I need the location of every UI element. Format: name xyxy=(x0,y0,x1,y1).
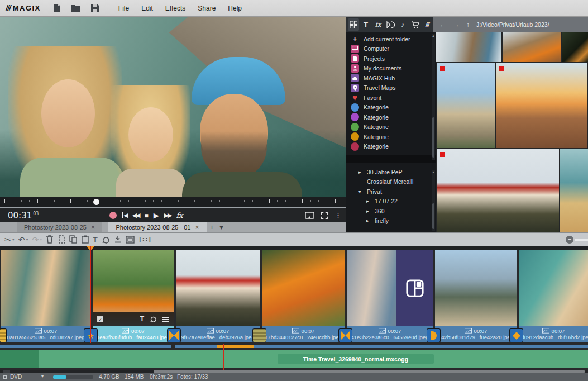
timeline-clip-5[interactable]: 00:07 41e3b22e3a6c0...64559e0d.jpeg xyxy=(347,250,433,342)
transition-sweep-icon[interactable] xyxy=(427,329,440,342)
folder-item-kategorie-purple[interactable]: Kategorie xyxy=(346,112,436,122)
folder-list-scrollbar[interactable]: ▴ xyxy=(432,34,435,160)
title-editor-button[interactable]: T xyxy=(93,235,98,244)
group-button[interactable]: [::] xyxy=(138,236,151,243)
forward-icon[interactable]: → xyxy=(453,21,460,28)
stop-button[interactable]: ■ xyxy=(144,212,148,219)
rewind-button[interactable]: ◀◀ xyxy=(132,212,139,218)
tree-item-17-07-22[interactable]: ▸ 17 07 22 xyxy=(346,197,436,207)
clip-checkbox[interactable]: ✓ xyxy=(97,316,103,322)
tree-scrollbar[interactable]: ▴ xyxy=(432,170,435,231)
clip-menu-icon[interactable] xyxy=(162,317,169,322)
media-photo-shell-eyes[interactable] xyxy=(437,149,559,232)
folder-item-favorit[interactable]: ♥ Favorit xyxy=(346,93,436,103)
audio-track[interactable]: Time Travel_3269840_normal.mxcogg xyxy=(0,350,588,368)
folder-item-computer[interactable]: Computer xyxy=(346,44,436,54)
timeline-clip-4[interactable]: 00:07 17bd3440127c8...24e8ccbb.jpeg xyxy=(262,250,345,342)
tree-item-firefly[interactable]: ▸ firefly xyxy=(346,216,436,226)
close-icon[interactable]: × xyxy=(91,223,95,231)
folder-item-my-documents[interactable]: My documents xyxy=(346,64,436,74)
cast-icon[interactable] xyxy=(305,212,314,220)
transition-crossfade-icon[interactable] xyxy=(339,329,352,342)
new-project-icon[interactable] xyxy=(49,2,65,15)
skip-to-start-button[interactable]: ◀ xyxy=(122,212,127,218)
menu-effects[interactable]: Effects xyxy=(159,2,192,15)
new-tab-button[interactable]: + xyxy=(207,222,217,232)
clip-rotate-icon[interactable] xyxy=(150,316,157,322)
timeline-clip-6[interactable]: 00:07 042b58f081d79...f8e42a20.jpeg xyxy=(435,250,517,342)
folder-item-kategorie-blue[interactable]: Kategorie xyxy=(346,103,436,113)
preview-playhead-handle[interactable] xyxy=(93,199,99,205)
timeline[interactable]: 00:07 0a81a556253a5...cd0382a7.jpeg ✓ T … xyxy=(0,246,588,370)
zoom-out-button[interactable]: − xyxy=(566,236,573,244)
save-icon[interactable] xyxy=(87,2,103,15)
media-photo-boat-person[interactable] xyxy=(503,32,561,62)
copy-button[interactable] xyxy=(69,235,78,244)
folder-item-kategorie-red[interactable]: Kategorie xyxy=(346,142,436,152)
folder-item-travel-maps[interactable]: Travel Maps xyxy=(346,83,436,93)
menu-share[interactable]: Share xyxy=(192,2,222,15)
preview-scrubber[interactable] xyxy=(0,197,346,208)
transition-stripes-icon[interactable] xyxy=(253,329,266,342)
timeline-clip-2-selected[interactable]: ✓ T 00:07 1ea3fb35f8d0b...fa0244c8.jpeg xyxy=(93,250,174,342)
menu-file[interactable]: File xyxy=(112,2,135,15)
timeline-clip-1[interactable]: 00:07 0a81a556253a5...cd0382a7.jpeg xyxy=(1,250,90,342)
clip-label[interactable]: 00:07 042b58f081d79...f8e42a20.jpeg xyxy=(435,326,517,342)
folder-item-magix-hub[interactable]: MAGIX Hub xyxy=(346,73,436,83)
tab-list-dropdown[interactable]: ▾ xyxy=(217,222,226,232)
transition-partial-icon[interactable] xyxy=(0,329,6,342)
chevron-down-icon[interactable]: ▾ xyxy=(358,189,364,194)
scroll-up-icon[interactable]: ▴ xyxy=(432,170,435,174)
folder-item-add-current[interactable]: + Add current folder xyxy=(346,34,436,44)
burn-target[interactable]: DVD xyxy=(10,374,22,380)
clip-label[interactable]: 00:07 41e3b22e3a6c0...64559e0d.jpeg xyxy=(347,326,433,342)
scroll-up-icon[interactable]: ▴ xyxy=(432,34,435,38)
tab-photostory-2[interactable]: Photostory 2023-08-25 - 01 × xyxy=(108,222,207,232)
titles-icon[interactable]: T xyxy=(360,18,371,31)
clip-thumbnail[interactable] xyxy=(176,250,260,326)
slideshow-maker-button[interactable] xyxy=(126,236,135,244)
open-folder-icon[interactable] xyxy=(68,2,84,15)
media-photo-woman-sea[interactable] xyxy=(560,149,588,232)
delete-button[interactable] xyxy=(46,235,54,244)
undo-button[interactable]: ↶▾ xyxy=(18,236,28,244)
menu-help[interactable]: Help xyxy=(222,2,248,15)
chevron-right-icon[interactable]: ▸ xyxy=(366,198,371,204)
clip-label[interactable]: 00:07 9f67a7e8effae...deb3926a.jpeg xyxy=(176,326,260,342)
chevron-right-icon[interactable]: ▸ xyxy=(366,208,371,214)
overview-bar[interactable] xyxy=(0,345,171,348)
clip-thumbnail[interactable] xyxy=(435,250,517,326)
audio-clip-label[interactable]: Time Travel_3269840_normal.mxcogg xyxy=(278,354,434,364)
fullscreen-icon[interactable] xyxy=(321,212,328,220)
tree-item-30-jahre-pep[interactable]: ▸ 30 Jahre PeP xyxy=(346,167,436,177)
media-photo-boat-wheel[interactable] xyxy=(436,32,501,62)
fx-button[interactable]: fx xyxy=(176,212,183,219)
clip-thumbnail[interactable] xyxy=(347,250,433,326)
media-photo-tent-night[interactable] xyxy=(562,32,588,62)
insert-mode-button[interactable] xyxy=(114,235,122,244)
redo-button[interactable]: ↷▾ xyxy=(32,236,42,244)
back-icon[interactable]: ← xyxy=(439,21,446,28)
tree-item-360[interactable]: ▸ 360 xyxy=(346,206,436,216)
clip-thumbnail[interactable] xyxy=(519,250,588,326)
folder-item-kategorie-orange[interactable]: Kategorie xyxy=(346,132,436,142)
chevron-right-icon[interactable]: ▸ xyxy=(366,218,371,223)
timeline-clip-3[interactable]: 00:07 9f67a7e8effae...deb3926a.jpeg xyxy=(176,250,260,342)
paste-button[interactable] xyxy=(82,235,89,244)
music-icon[interactable]: ♪ xyxy=(397,18,408,31)
folder-item-projects[interactable]: Projects xyxy=(346,54,436,64)
up-folder-icon[interactable]: ↑ xyxy=(466,21,470,28)
more-options-icon[interactable]: ⋮ xyxy=(334,211,342,220)
tree-item-crosslauf-mercalli[interactable]: Crosslauf Mercalli xyxy=(346,177,436,187)
clip-thumbnail[interactable] xyxy=(1,250,90,326)
cut-button[interactable]: ✂▾ xyxy=(4,236,15,244)
clip-label[interactable]: 00:07 97d0912daac0b...d5f16bd2.jpeg xyxy=(519,326,588,342)
effects-icon[interactable]: fx xyxy=(372,18,384,31)
close-icon[interactable]: × xyxy=(195,223,199,231)
media-photo-child-rocks[interactable] xyxy=(437,63,495,148)
transition-crossfade-icon[interactable] xyxy=(168,329,180,342)
rotate-button[interactable] xyxy=(102,236,110,244)
clip-thumbnail[interactable] xyxy=(262,250,345,326)
tree-item-privat[interactable]: ▾ Privat xyxy=(346,187,436,197)
clip-title-icon[interactable]: T xyxy=(140,315,144,323)
